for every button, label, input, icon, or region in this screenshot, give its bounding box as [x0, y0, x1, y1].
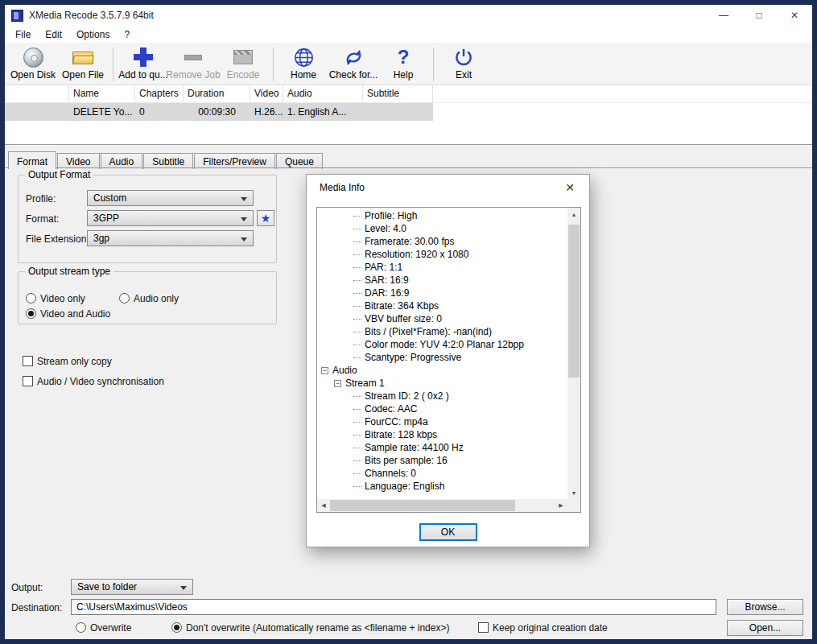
home-button[interactable]: Home	[279, 44, 328, 85]
menu-edit[interactable]: Edit	[38, 27, 69, 42]
horizontal-scrollbar[interactable]: ◀ ▶	[317, 499, 567, 512]
exit-button[interactable]: Exit	[439, 44, 489, 85]
format-combobox[interactable]: 3GPP	[87, 210, 254, 226]
favorite-star-button[interactable]: ★	[257, 210, 274, 226]
tree-item[interactable]: Sample rate: 44100 Hz	[318, 441, 567, 454]
video-only-radio[interactable]	[26, 293, 36, 303]
cell-duration: 00:09:30	[184, 103, 250, 121]
tree-item[interactable]: Resolution: 1920 x 1080	[318, 248, 567, 261]
power-icon	[452, 46, 476, 68]
open-button[interactable]: Open...	[727, 620, 803, 636]
tree-connector	[353, 267, 361, 268]
column-header-chapters[interactable]: Chapters	[135, 85, 184, 102]
tab-filters-preview[interactable]: Filters/Preview	[194, 153, 275, 169]
stream-only-copy-checkbox[interactable]	[23, 356, 33, 366]
tree-connector	[353, 332, 361, 332]
horizontal-scroll-thumb[interactable]	[330, 500, 515, 511]
column-header-subtitle[interactable]: Subtitle	[363, 85, 433, 102]
video-and-audio-radio[interactable]	[26, 308, 36, 319]
column-header-video[interactable]: Video	[250, 85, 283, 102]
clapperboard-icon	[233, 50, 253, 64]
cell-subtitle	[363, 103, 433, 121]
menu-help[interactable]: ?	[117, 27, 137, 42]
scroll-down-icon[interactable]: ▼	[567, 486, 580, 499]
tab-audio[interactable]: Audio	[101, 153, 143, 169]
tree-item[interactable]: Framerate: 30.00 fps	[318, 235, 567, 248]
close-button[interactable]: ✕	[777, 5, 812, 26]
overwrite-radio[interactable]	[76, 622, 86, 633]
vertical-scrollbar[interactable]: ▲ ▼	[567, 208, 580, 499]
open-disk-button[interactable]: Open Disk	[8, 44, 58, 85]
dialog-close-icon[interactable]: ✕	[560, 181, 580, 194]
table-row[interactable]: DELETE Yo... 0 00:09:30 H.26... 1. Engli…	[5, 103, 433, 121]
minimize-button[interactable]: —	[706, 5, 741, 26]
format-label: Format:	[26, 213, 59, 225]
menu-options[interactable]: Options	[69, 27, 117, 42]
audio-only-radio[interactable]	[119, 293, 130, 303]
menu-file[interactable]: File	[8, 27, 38, 42]
stream-only-copy-label: Stream only copy	[37, 356, 112, 367]
tab-subtitle[interactable]: Subtitle	[143, 153, 193, 169]
tab-format[interactable]: Format	[8, 151, 56, 169]
column-header-duration[interactable]: Duration	[184, 85, 250, 102]
scroll-up-icon[interactable]: ▲	[567, 208, 580, 221]
scroll-right-icon[interactable]: ▶	[555, 499, 567, 512]
video-and-audio-label: Video and Audio	[40, 308, 110, 320]
tree-item[interactable]: DAR: 16:9	[318, 287, 567, 299]
destination-input[interactable]	[71, 599, 716, 615]
tree-item[interactable]: Stream ID: 2 ( 0x2 )	[318, 390, 567, 402]
tree-item[interactable]: Channels: 0	[318, 467, 567, 480]
scroll-left-icon[interactable]: ◀	[317, 499, 330, 512]
vertical-scroll-thumb[interactable]	[568, 225, 580, 378]
profile-combobox[interactable]: Custom	[87, 190, 254, 206]
open-file-button[interactable]: Open File	[58, 44, 108, 85]
av-sync-checkbox[interactable]	[23, 376, 33, 386]
browse-button[interactable]: Browse...	[727, 599, 803, 615]
tree-item[interactable]: SAR: 16:9	[318, 274, 567, 287]
add-to-queue-button[interactable]: Add to qu...	[118, 44, 168, 85]
menu-bar: File Edit Options ?	[5, 26, 812, 43]
help-button[interactable]: ? Help	[378, 44, 428, 85]
check-for-updates-button[interactable]: Check for...	[328, 44, 378, 85]
maximize-button[interactable]: □	[741, 5, 777, 26]
tree-item[interactable]: −Stream 1	[318, 377, 567, 390]
question-icon: ?	[398, 47, 410, 68]
keep-creation-date-checkbox[interactable]	[478, 622, 489, 633]
tree-item[interactable]: Bitrate: 128 kbps	[318, 428, 567, 441]
column-header-name[interactable]: Name	[69, 85, 135, 102]
tree-connector	[353, 473, 361, 474]
tree-item-label: Codec: AAC	[365, 403, 417, 415]
tree-connector	[353, 460, 361, 461]
tree-item[interactable]: Scantype: Progressive	[318, 351, 567, 364]
column-header-blank[interactable]	[5, 85, 69, 102]
tree-item[interactable]: Bitrate: 364 Kbps	[318, 299, 567, 312]
tree-item[interactable]: PAR: 1:1	[318, 261, 567, 274]
ok-button[interactable]: OK	[419, 523, 477, 541]
tree-item[interactable]: Language: English	[318, 480, 567, 493]
output-mode-combobox[interactable]: Save to folder	[71, 579, 193, 595]
tree-item-label: Color mode: YUV 4:2:0 Planar 12bpp	[365, 339, 524, 350]
tree-item-label: Bits per sample: 16	[365, 455, 448, 466]
tab-queue[interactable]: Queue	[276, 153, 323, 169]
column-header-audio[interactable]: Audio	[283, 85, 363, 102]
file-extension-combobox[interactable]: 3gp	[87, 230, 254, 246]
tree-item[interactable]: −Audio	[318, 364, 567, 377]
job-list: Name Chapters Duration Video Audio Subti…	[5, 85, 812, 145]
app-icon	[11, 10, 23, 22]
dont-overwrite-radio[interactable]	[171, 622, 182, 633]
tab-video[interactable]: Video	[57, 153, 99, 169]
minus-icon	[184, 55, 202, 60]
tree-item[interactable]: Bits / (Pixel*Frame): -nan(ind)	[318, 325, 567, 338]
tree-item[interactable]: Codec: AAC	[318, 402, 567, 415]
tree-connector	[353, 409, 361, 410]
tree-item[interactable]: Level: 4.0	[318, 222, 567, 235]
tree-item[interactable]: VBV buffer size: 0	[318, 312, 567, 325]
tree-item[interactable]: FourCC: mp4a	[318, 415, 567, 428]
tree-connector	[353, 448, 361, 448]
tree-expander-icon[interactable]: −	[321, 367, 328, 374]
tree-item[interactable]: Bits per sample: 16	[318, 454, 567, 467]
tree-expander-icon[interactable]: −	[334, 380, 341, 387]
disc-icon	[23, 47, 43, 68]
tree-item[interactable]: Color mode: YUV 4:2:0 Planar 12bpp	[318, 338, 567, 351]
tree-item[interactable]: Profile: High	[318, 209, 567, 222]
